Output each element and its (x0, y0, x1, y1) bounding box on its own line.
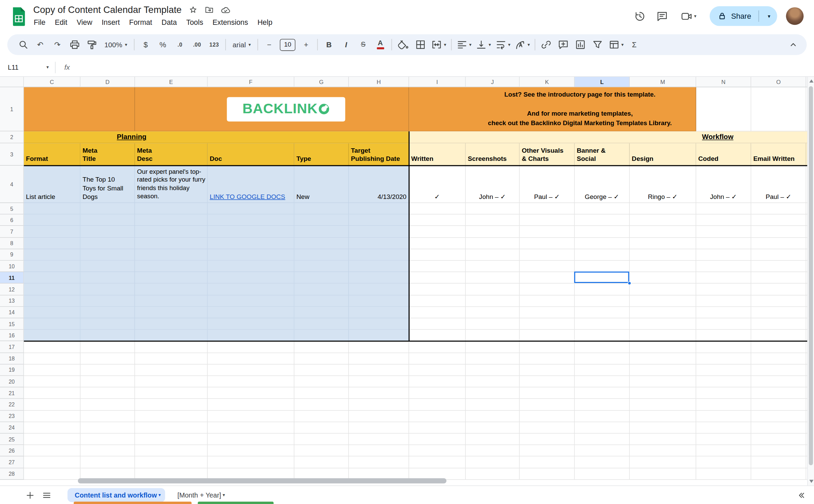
cell-C9[interactable] (24, 249, 80, 261)
cell-E7[interactable] (135, 226, 208, 238)
cell-O7[interactable] (751, 226, 806, 238)
cell-J26[interactable] (466, 445, 520, 457)
cell-F26[interactable] (208, 445, 294, 457)
cell-M10[interactable] (630, 261, 696, 272)
column-header-L[interactable]: L (575, 77, 630, 87)
cell-D4[interactable]: The Top 10 Toys for Small Dogs (81, 166, 135, 203)
cell-K5[interactable] (520, 203, 575, 215)
increase-font-size-button[interactable]: + (298, 37, 314, 53)
cell-I19[interactable] (409, 365, 465, 376)
cell-C4[interactable]: List article (24, 166, 80, 203)
sheet-tab-month-year[interactable]: [Month + Year] ▾ (170, 488, 229, 502)
cell-J4[interactable]: John – ✓ (466, 166, 520, 203)
cell-I5[interactable] (409, 203, 465, 215)
cell-I24[interactable] (409, 422, 465, 434)
cell-G23[interactable] (294, 410, 349, 422)
cell-O6[interactable] (751, 215, 806, 226)
cell-F10[interactable] (208, 261, 294, 272)
cell-I11[interactable] (409, 272, 465, 284)
cell-E14[interactable] (135, 307, 208, 318)
cell-L12[interactable] (575, 284, 630, 295)
cell-E19[interactable] (135, 365, 208, 376)
column-header-G[interactable]: G (294, 77, 349, 87)
cell-K13[interactable] (520, 295, 575, 307)
cell-H25[interactable] (349, 434, 409, 445)
cell-N10[interactable] (696, 261, 751, 272)
column-header-K[interactable]: K (520, 77, 575, 87)
bold-button[interactable]: B (321, 37, 337, 53)
cell-L13[interactable] (575, 295, 630, 307)
cell-F18[interactable] (208, 353, 294, 365)
cell-E4[interactable]: Our expert panel's top-rated picks for y… (135, 166, 208, 203)
cell-G12[interactable] (294, 284, 349, 295)
cell-M12[interactable] (630, 284, 696, 295)
cell-N16[interactable] (696, 330, 751, 341)
cell-M25[interactable] (630, 434, 696, 445)
cell-E23[interactable] (135, 410, 208, 422)
cell-C5[interactable] (24, 203, 80, 215)
cell-O10[interactable] (751, 261, 806, 272)
cell-L25[interactable] (575, 434, 630, 445)
cell-L24[interactable] (575, 422, 630, 434)
cell-C11[interactable] (24, 272, 80, 284)
cell-F19[interactable] (208, 365, 294, 376)
insert-chart-button[interactable] (573, 37, 589, 53)
cell-K23[interactable] (520, 410, 575, 422)
cell-G25[interactable] (294, 434, 349, 445)
cell-O14[interactable] (751, 307, 806, 318)
row-header-19[interactable]: 19 (0, 365, 24, 376)
cell-D23[interactable] (81, 410, 135, 422)
cell-G26[interactable] (294, 445, 349, 457)
cell-D26[interactable] (81, 445, 135, 457)
cell-M3[interactable]: Design (630, 143, 696, 166)
cell-M16[interactable] (630, 330, 696, 341)
cell-L18[interactable] (575, 353, 630, 365)
row-header-11[interactable]: 11 (0, 272, 24, 284)
comments-button[interactable] (655, 9, 669, 23)
cell-I10[interactable] (409, 261, 465, 272)
cell-F21[interactable] (208, 387, 294, 399)
cell-J28[interactable] (466, 468, 520, 480)
cell-I26[interactable] (409, 445, 465, 457)
cell-G9[interactable] (294, 249, 349, 261)
cell-F13[interactable] (208, 295, 294, 307)
merge-cells-button[interactable]: ▾ (429, 37, 448, 53)
menu-edit[interactable]: Edit (50, 17, 72, 28)
cell-D20[interactable] (81, 376, 135, 387)
cell-G27[interactable] (294, 457, 349, 468)
cell-I25[interactable] (409, 434, 465, 445)
cell-D6[interactable] (81, 215, 135, 226)
cell-L19[interactable] (575, 365, 630, 376)
cell-H15[interactable] (349, 318, 409, 330)
cell-K14[interactable] (520, 307, 575, 318)
cell-G13[interactable] (294, 295, 349, 307)
cell-O12[interactable] (751, 284, 806, 295)
cell-N7[interactable] (696, 226, 751, 238)
cell-K15[interactable] (520, 318, 575, 330)
cell-L10[interactable] (575, 261, 630, 272)
cell-L5[interactable] (575, 203, 630, 215)
row-header-10[interactable]: 10 (0, 261, 24, 272)
banner-logo-cell[interactable]: BACKLINK (135, 87, 409, 132)
cell-J21[interactable] (466, 387, 520, 399)
cell-M28[interactable] (630, 468, 696, 480)
cell-H8[interactable] (349, 238, 409, 249)
cell-L22[interactable] (575, 399, 630, 410)
cell-C15[interactable] (24, 318, 80, 330)
cell-N15[interactable] (696, 318, 751, 330)
cell-K18[interactable] (520, 353, 575, 365)
cell-C16[interactable] (24, 330, 80, 341)
cell-K26[interactable] (520, 445, 575, 457)
more-formats-button[interactable]: 123 (206, 37, 222, 53)
menu-view[interactable]: View (72, 17, 97, 28)
cell-F5[interactable] (208, 203, 294, 215)
cell-O4[interactable]: Paul – ✓ (751, 166, 806, 203)
cell-F22[interactable] (208, 399, 294, 410)
cell-L20[interactable] (575, 376, 630, 387)
cell-H6[interactable] (349, 215, 409, 226)
cell-K6[interactable] (520, 215, 575, 226)
cell-H17[interactable] (349, 341, 409, 353)
cell-C17[interactable] (24, 341, 80, 353)
cell-O24[interactable] (751, 422, 806, 434)
cell-L28[interactable] (575, 468, 630, 480)
